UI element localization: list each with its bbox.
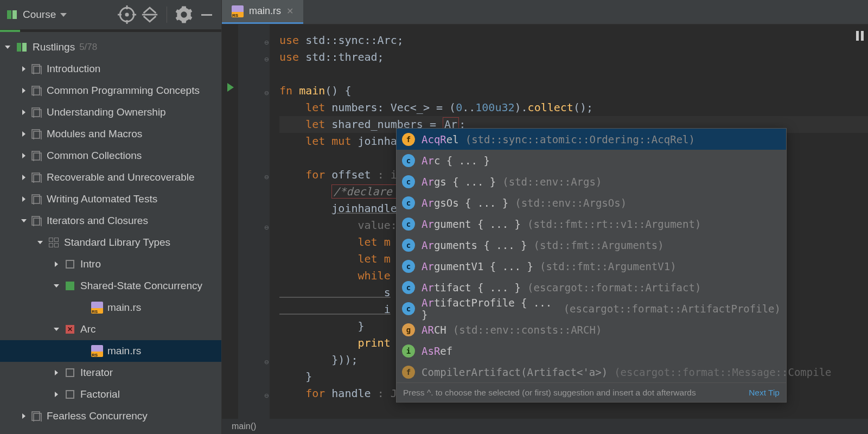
completion-origin: (std::fmt::rt::v1::Argument) bbox=[527, 218, 701, 230]
tree-item-tests[interactable]: Writing Automated Tests bbox=[0, 188, 221, 210]
completion-item[interactable]: cArguments { ... } (std::fmt::Arguments) bbox=[397, 234, 786, 256]
close-icon[interactable]: ✕ bbox=[286, 6, 293, 16]
completion-name: AsRef bbox=[422, 345, 452, 357]
c-kind-icon: c bbox=[402, 218, 415, 231]
completion-name: ArgumentV1 { ... } bbox=[422, 260, 533, 272]
minimize-icon[interactable] bbox=[197, 5, 216, 24]
book-icon bbox=[5, 8, 18, 21]
completion-origin: (std::fmt::Arguments) bbox=[534, 239, 664, 251]
grid-icon bbox=[48, 237, 60, 248]
completion-origin: (std::sync::atomic::Ordering::AcqRel) bbox=[465, 133, 695, 145]
gutter: ⊖ ⊖ ⊖ ⊖ ⊖ ⊖ ⊖ bbox=[238, 24, 270, 419]
chapter-icon bbox=[31, 411, 42, 422]
tab-main-rs[interactable]: main.rs ✕ bbox=[222, 0, 303, 24]
chapter-icon bbox=[31, 150, 42, 161]
tab-label: main.rs bbox=[249, 5, 281, 17]
f-kind-icon: f bbox=[402, 133, 415, 146]
square-icon bbox=[64, 367, 76, 379]
tree-item-concurrency[interactable]: Fearless Concurrency bbox=[0, 405, 221, 427]
tree-item-iterator[interactable]: Iterator bbox=[0, 362, 221, 384]
tree-item-factorial[interactable]: Factorial bbox=[0, 384, 221, 405]
tree-item-collections[interactable]: Common Collections bbox=[0, 145, 221, 167]
tree-file-main1[interactable]: main.rs bbox=[0, 297, 221, 318]
chapter-icon bbox=[31, 172, 42, 183]
square-error-icon: ✕ bbox=[64, 323, 76, 335]
progress-count: 5/78 bbox=[79, 42, 97, 53]
tree-item-errors[interactable]: Recoverable and Unrecoverable bbox=[0, 167, 221, 188]
completion-item[interactable]: iAsRef bbox=[397, 340, 786, 361]
g-kind-icon: g bbox=[402, 323, 415, 336]
target-icon[interactable] bbox=[118, 5, 136, 24]
completion-name: ArgsOs { ... } bbox=[422, 197, 508, 209]
chapter-icon bbox=[31, 215, 42, 226]
completion-name: ArtifactProfile { ... } bbox=[422, 297, 557, 321]
tree-item-ownership[interactable]: Understanding Ownership bbox=[0, 101, 221, 123]
f-kind-icon: f bbox=[402, 366, 415, 379]
tab-bar: main.rs ✕ bbox=[222, 0, 868, 24]
tree-item-modules[interactable]: Modules and Macros bbox=[0, 123, 221, 145]
completion-name: Artifact { ... } bbox=[422, 282, 521, 293]
completion-origin: (escargot::format::Artifact) bbox=[527, 282, 701, 293]
completion-item[interactable]: fCompilerArtifact(Artifact<'a>) (escargo… bbox=[397, 361, 786, 382]
separator bbox=[167, 7, 167, 23]
tree-item-iterators[interactable]: Iterators and Closures bbox=[0, 210, 221, 232]
completion-item[interactable]: cArtifact { ... } (escargot::format::Art… bbox=[397, 277, 786, 298]
completion-footer: Press ^. to choose the selected (or firs… bbox=[397, 382, 786, 402]
completion-origin: (escargot::format::Message::Compile bbox=[614, 366, 831, 378]
chapter-icon bbox=[31, 194, 42, 205]
c-kind-icon: c bbox=[402, 196, 415, 209]
tree-item-shared-state[interactable]: Shared-State Concurrency bbox=[0, 275, 221, 297]
tree-file-main2[interactable]: main.rs bbox=[0, 340, 221, 362]
completion-item[interactable]: cArgs { ... } (std::env::Args) bbox=[397, 171, 786, 192]
completion-item[interactable]: gARCH (std::env::consts::ARCH) bbox=[397, 319, 786, 340]
completion-item[interactable]: cArgumentV1 { ... } (std::fmt::ArgumentV… bbox=[397, 256, 786, 277]
tree-item-arc[interactable]: ✕Arc bbox=[0, 318, 221, 340]
pause-icon[interactable] bbox=[856, 31, 864, 41]
completion-item[interactable]: cArgument { ... } (std::fmt::rt::v1::Arg… bbox=[397, 213, 786, 234]
completion-name: ARCH bbox=[422, 324, 446, 336]
breadcrumb[interactable]: main() bbox=[222, 419, 868, 434]
i-kind-icon: i bbox=[402, 344, 415, 358]
course-sidebar: Course Rustlings 5/78 Introduction Commo… bbox=[0, 0, 222, 434]
rust-file-icon bbox=[91, 302, 103, 314]
tree-item-stdtypes[interactable]: Standard Library Types bbox=[0, 232, 221, 253]
completion-origin: (std::fmt::ArgumentV1) bbox=[540, 260, 676, 272]
collapse-icon[interactable] bbox=[141, 5, 159, 24]
completion-origin: (escargot::format::ArtifactProfile) bbox=[564, 303, 781, 315]
gear-icon[interactable] bbox=[175, 5, 193, 24]
tree-item-intro[interactable]: Intro bbox=[0, 253, 221, 275]
tree-root-label: Rustlings bbox=[33, 41, 75, 53]
c-kind-icon: c bbox=[402, 154, 415, 167]
completion-name: Args { ... } bbox=[422, 176, 496, 188]
course-tree: Rustlings 5/78 Introduction Common Progr… bbox=[0, 32, 221, 434]
course-dropdown-label[interactable]: Course bbox=[23, 9, 56, 21]
c-kind-icon: c bbox=[402, 239, 415, 252]
completion-name: CompilerArtifact(Artifact<'a>) bbox=[422, 366, 608, 378]
completion-name: Argument { ... } bbox=[422, 218, 521, 230]
completion-item[interactable]: cArgsOs { ... } (std::env::ArgsOs) bbox=[397, 192, 786, 213]
next-tip-link[interactable]: Next Tip bbox=[749, 388, 780, 398]
chapter-icon bbox=[31, 107, 42, 118]
square-icon bbox=[64, 388, 76, 400]
chapter-icon bbox=[31, 63, 42, 74]
tree-root[interactable]: Rustlings 5/78 bbox=[0, 36, 221, 58]
completion-item[interactable]: cArtifactProfile { ... } (escargot::form… bbox=[397, 298, 786, 319]
svg-point-1 bbox=[125, 12, 129, 16]
completion-name: Arguments { ... } bbox=[422, 239, 527, 251]
c-kind-icon: c bbox=[402, 302, 415, 315]
run-gutter-icon[interactable] bbox=[227, 83, 234, 92]
tree-item-introduction[interactable]: Introduction bbox=[0, 58, 221, 80]
completion-origin: (std::env::consts::ARCH) bbox=[453, 324, 602, 336]
completion-item[interactable]: fAcqRel (std::sync::atomic::Ordering::Ac… bbox=[397, 129, 786, 150]
square-complete-icon bbox=[64, 280, 76, 292]
c-kind-icon: c bbox=[402, 281, 415, 294]
completion-item[interactable]: cArc { ... } bbox=[397, 150, 786, 171]
chevron-down-icon[interactable] bbox=[60, 13, 67, 17]
rust-file-icon bbox=[91, 345, 103, 357]
completion-origin: (std::env::Args) bbox=[502, 176, 602, 188]
book-icon bbox=[15, 41, 28, 54]
square-icon bbox=[64, 258, 76, 270]
tree-item-concepts[interactable]: Common Programming Concepts bbox=[0, 80, 221, 101]
completion-name: Arc { ... } bbox=[422, 155, 490, 167]
rust-file-icon bbox=[232, 5, 244, 17]
